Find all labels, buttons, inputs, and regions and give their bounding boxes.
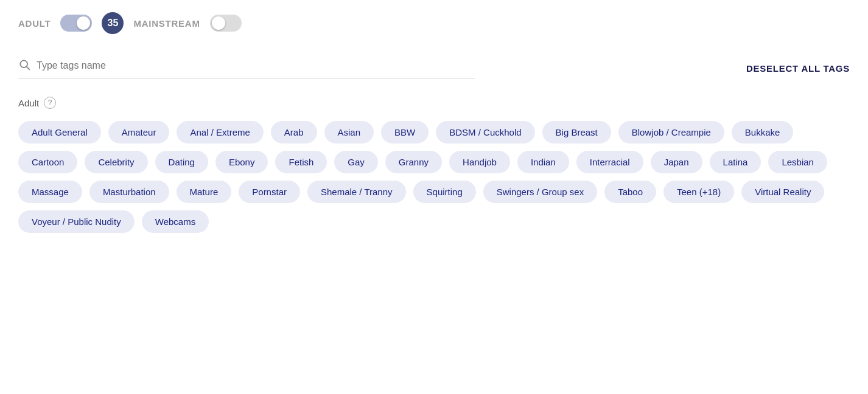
mainstream-toggle[interactable]	[210, 15, 242, 32]
tag-pill[interactable]: Swingers / Group sex	[483, 181, 597, 203]
tag-pill[interactable]: Voyeur / Public Nudity	[18, 210, 135, 233]
tag-pill[interactable]: Celebrity	[85, 151, 147, 173]
adult-toggle[interactable]	[60, 15, 92, 32]
adult-toggle-thumb	[77, 16, 90, 30]
tag-pill[interactable]: Gay	[334, 151, 378, 173]
tag-pill[interactable]: Teen (+18)	[663, 181, 734, 203]
tag-pill[interactable]: Big Breast	[542, 121, 611, 143]
tag-pill[interactable]: Blowjob / Creampie	[618, 121, 724, 143]
tag-pill[interactable]: Squirting	[413, 181, 476, 203]
tag-pill[interactable]: Asian	[324, 121, 374, 143]
tag-pill[interactable]: Indian	[517, 151, 569, 173]
adult-label: ADULT	[18, 18, 51, 29]
tag-pill[interactable]: Granny	[385, 151, 442, 173]
toggle-bar: ADULT 35 MAINSTREAM	[18, 12, 850, 34]
tag-pill[interactable]: Masturbation	[89, 181, 169, 203]
mainstream-label: MAINSTREAM	[133, 18, 200, 29]
tag-pill[interactable]: Shemale / Tranny	[307, 181, 406, 203]
tag-pill[interactable]: Bukkake	[732, 121, 794, 143]
svg-line-1	[27, 67, 30, 70]
help-icon[interactable]: ?	[44, 97, 56, 109]
tag-pill[interactable]: Arab	[271, 121, 317, 143]
tag-pill[interactable]: Anal / Extreme	[177, 121, 263, 143]
tag-pill[interactable]: Latina	[710, 151, 761, 173]
mainstream-toggle-thumb	[212, 16, 225, 30]
tag-pill[interactable]: Virtual Reality	[741, 181, 824, 203]
tag-pill[interactable]: Adult General	[18, 121, 101, 143]
count-badge: 35	[102, 12, 124, 34]
section-label: Adult ?	[18, 97, 850, 109]
search-input[interactable]	[37, 60, 475, 71]
section-label-text: Adult	[18, 98, 39, 108]
search-row: DESELECT ALL TAGS	[18, 58, 850, 78]
tag-pill[interactable]: Dating	[155, 151, 208, 173]
deselect-all-button[interactable]: DESELECT ALL TAGS	[746, 63, 850, 74]
tag-pill[interactable]: Taboo	[604, 181, 656, 203]
tag-pill[interactable]: Japan	[651, 151, 702, 173]
tag-pill[interactable]: Handjob	[449, 151, 510, 173]
tag-pill[interactable]: Ebony	[215, 151, 268, 173]
search-icon	[18, 58, 30, 73]
tag-pill[interactable]: Pornstar	[239, 181, 300, 203]
tag-pill[interactable]: BDSM / Cuckhold	[436, 121, 534, 143]
tag-pill[interactable]: Cartoon	[18, 151, 77, 173]
tag-pill[interactable]: BBW	[381, 121, 429, 143]
search-wrapper	[18, 58, 475, 78]
tags-container: Adult GeneralAmateurAnal / ExtremeArabAs…	[18, 121, 850, 233]
tag-pill[interactable]: Amateur	[108, 121, 170, 143]
tag-pill[interactable]: Webcams	[142, 210, 209, 233]
tag-pill[interactable]: Massage	[18, 181, 82, 203]
tag-pill[interactable]: Lesbian	[768, 151, 827, 173]
tag-pill[interactable]: Fetish	[275, 151, 327, 173]
tag-pill[interactable]: Mature	[177, 181, 232, 203]
tag-pill[interactable]: Interracial	[576, 151, 643, 173]
